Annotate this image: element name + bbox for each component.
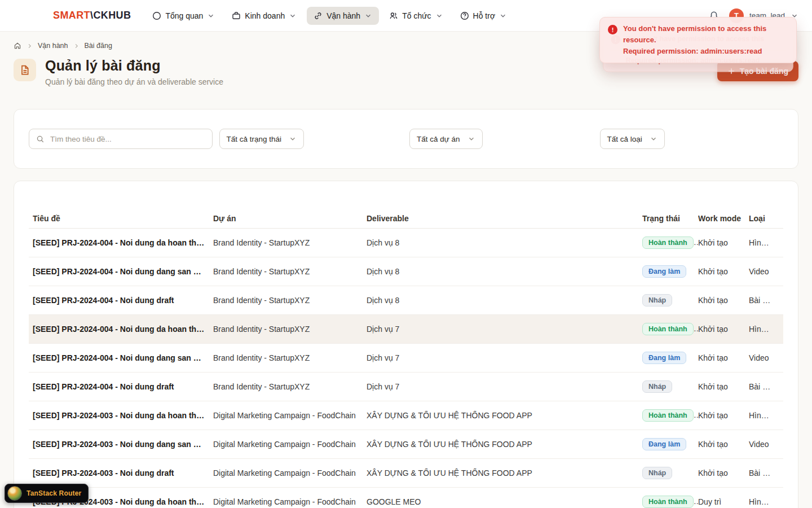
search-input[interactable] xyxy=(49,134,205,144)
column-header-work-mode: Work mode xyxy=(698,214,749,223)
nav-item-to-chuc[interactable]: Tổ chức xyxy=(382,7,449,25)
table-row[interactable]: [SEED] PRJ-2024-004 - Noi dung draft Bra… xyxy=(29,373,783,401)
post-title: [SEED] PRJ-2024-004 - Noi dung draft xyxy=(33,296,213,305)
table-row[interactable]: [SEED] PRJ-2024-004 - Noi dung dang san … xyxy=(29,257,783,286)
status-badge: Đang làm xyxy=(642,352,686,364)
table-row[interactable]: [SEED] PRJ-2024-003 - Noi dung draft Dig… xyxy=(29,459,783,488)
post-work-mode: Khởi tạo xyxy=(698,382,749,391)
post-work-mode: Khởi tạo xyxy=(698,267,749,276)
table-row[interactable]: [SEED] PRJ-2024-003 - Noi dung da hoan t… xyxy=(29,488,783,508)
status-badge: Đang làm xyxy=(642,265,686,278)
table-row[interactable]: [SEED] PRJ-2024-004 - Noi dung da hoan t… xyxy=(29,315,783,344)
column-header-status: Trạng thái xyxy=(642,214,698,223)
page-subtitle: Quản lý bài đăng theo dự án và deliverab… xyxy=(45,77,223,86)
home-icon[interactable] xyxy=(14,42,21,50)
chevron-right-icon xyxy=(73,43,80,49)
chevron-down-icon xyxy=(289,12,297,20)
chevron-down-icon xyxy=(289,135,297,143)
nav-item-label: Kinh doanh xyxy=(245,11,285,20)
post-project: Digital Marketing Campaign - FoodChain xyxy=(213,497,367,506)
nav-item-label: Tổ chức xyxy=(402,11,431,20)
post-type: Bài viết xyxy=(749,296,779,305)
post-work-mode: Khởi tạo xyxy=(698,411,749,420)
page-titles: Quản lý bài đăng Quản lý bài đăng theo d… xyxy=(45,58,223,86)
document-icon xyxy=(14,59,36,81)
post-work-mode: Khởi tạo xyxy=(698,353,749,362)
main-nav: Tổng quan Kinh doanh Vận hành xyxy=(145,7,514,25)
chevron-down-icon xyxy=(650,135,657,143)
nav-item-van-hanh[interactable]: Vận hành xyxy=(307,7,379,25)
post-status-cell: Nháp xyxy=(642,380,698,393)
post-type: Hình ảnh xyxy=(749,497,779,506)
post-status-cell: Đang làm xyxy=(642,265,698,278)
post-status-cell: Nháp xyxy=(642,294,698,306)
post-title: [SEED] PRJ-2024-004 - Noi dung da hoan t… xyxy=(33,325,213,334)
table-row[interactable]: [SEED] PRJ-2024-003 - Noi dung da hoan t… xyxy=(29,401,783,430)
overview-icon xyxy=(152,11,161,20)
post-type: Video xyxy=(749,267,779,276)
post-deliverable: Dịch vụ 8 xyxy=(367,267,642,276)
tanstack-devtools-label: TanStack Router xyxy=(27,489,81,497)
nav-item-kinh-doanh[interactable]: Kinh doanh xyxy=(225,7,303,25)
post-status-cell: Hoàn thành xyxy=(642,496,698,508)
status-filter[interactable]: Tất cả trạng thái xyxy=(219,129,304,149)
chevron-right-icon xyxy=(27,43,33,49)
post-project: Brand Identity - StartupXYZ xyxy=(213,267,367,276)
post-status-cell: Hoàn thành xyxy=(642,323,698,335)
error-icon: ! xyxy=(608,25,617,34)
page-title: Quản lý bài đăng xyxy=(45,58,223,74)
post-deliverable: Dịch vụ 8 xyxy=(367,296,642,305)
post-project: Digital Marketing Campaign - FoodChain xyxy=(213,468,367,478)
type-filter[interactable]: Tất cả loại xyxy=(600,129,665,149)
status-filter-value: Tất cả trạng thái xyxy=(227,135,282,143)
project-filter[interactable]: Tất cả dự án xyxy=(409,129,483,149)
column-header-project: Dự án xyxy=(213,214,367,223)
logo-part-1: SMART xyxy=(53,10,90,21)
post-project: Brand Identity - StartupXYZ xyxy=(213,325,367,334)
tanstack-router-devtools-toggle[interactable]: TanStack Router xyxy=(5,484,89,503)
nav-item-tong-quan[interactable]: Tổng quan xyxy=(145,7,222,25)
toast-line-2: Required permission: admin:users:read xyxy=(623,46,788,57)
post-work-mode: Khởi tạo xyxy=(698,325,749,334)
nav-item-ho-tro[interactable]: Hỗ trợ xyxy=(453,7,514,25)
status-badge: Nháp xyxy=(642,380,672,393)
post-status-cell: Đang làm xyxy=(642,352,698,364)
table-body: [SEED] PRJ-2024-004 - Noi dung da hoan t… xyxy=(29,229,783,508)
table-row[interactable]: [SEED] PRJ-2024-004 - Noi dung da hoan t… xyxy=(29,229,783,257)
post-deliverable: Dịch vụ 7 xyxy=(367,382,642,391)
operations-icon xyxy=(314,11,323,20)
post-title: [SEED] PRJ-2024-003 - Noi dung draft xyxy=(33,468,213,478)
table-row[interactable]: [SEED] PRJ-2024-004 - Noi dung draft Bra… xyxy=(29,286,783,315)
type-filter-value: Tất cả loại xyxy=(607,135,642,143)
table-header: Tiêu đề Dự án Deliverable Trạng thái Wor… xyxy=(29,208,783,229)
column-header-type: Loại xyxy=(749,214,779,223)
status-badge: Nháp xyxy=(642,294,672,306)
post-status-cell: Nháp xyxy=(642,467,698,479)
status-badge: Hoàn thành xyxy=(642,237,694,249)
tanstack-logo-icon xyxy=(7,486,22,501)
post-status-cell: Đang làm xyxy=(642,438,698,450)
post-type: Hình ảnh xyxy=(749,325,779,334)
status-badge: Hoàn thành xyxy=(642,409,694,422)
post-title: [SEED] PRJ-2024-003 - Noi dung da hoan t… xyxy=(33,411,213,420)
column-header-title: Tiêu đề xyxy=(33,214,213,223)
chevron-down-icon xyxy=(207,12,215,20)
post-status-cell: Hoàn thành xyxy=(642,409,698,422)
post-project: Brand Identity - StartupXYZ xyxy=(213,238,367,247)
post-deliverable: GOOGLE MEO xyxy=(367,497,642,506)
post-type: Hình ảnh xyxy=(749,411,779,420)
post-title: [SEED] PRJ-2024-003 - Noi dung dang san … xyxy=(33,440,213,449)
breadcrumb-van-hanh[interactable]: Vận hành xyxy=(38,42,68,50)
post-project: Brand Identity - StartupXYZ xyxy=(213,296,367,305)
post-deliverable: XÂY DỰNG & TỐI ƯU HỆ THỐNG FOOD APP xyxy=(367,411,642,420)
business-icon xyxy=(232,11,241,20)
chevron-down-icon xyxy=(435,12,443,20)
app-logo[interactable]: SMART\CKHUB xyxy=(53,10,131,21)
breadcrumb-bai-dang[interactable]: Bài đăng xyxy=(85,42,112,50)
post-deliverable: Dịch vụ 7 xyxy=(367,325,642,334)
post-project: Digital Marketing Campaign - FoodChain xyxy=(213,440,367,449)
table-row[interactable]: [SEED] PRJ-2024-003 - Noi dung dang san … xyxy=(29,430,783,459)
project-filter-value: Tất cả dự án xyxy=(417,135,460,143)
status-badge: Đang làm xyxy=(642,438,686,450)
table-row[interactable]: [SEED] PRJ-2024-004 - Noi dung dang san … xyxy=(29,344,783,373)
